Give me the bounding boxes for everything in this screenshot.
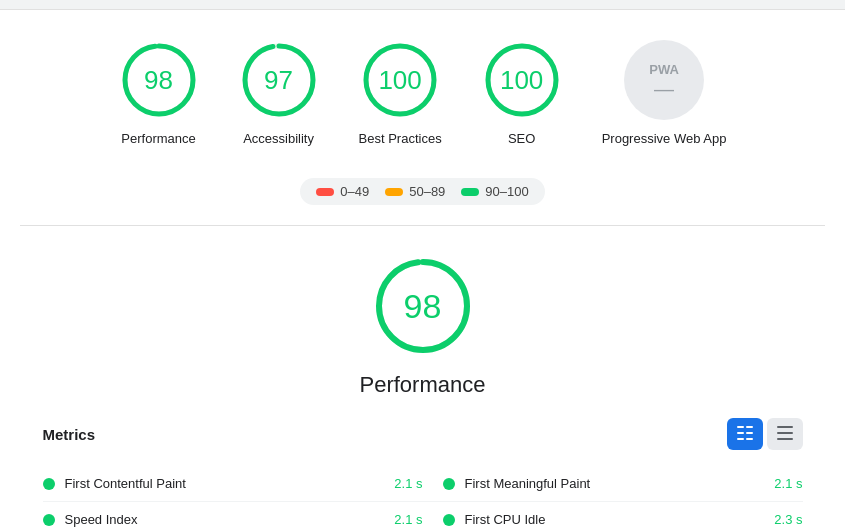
score-label-best-practices: Best Practices [359,130,442,148]
metric-value-fci: 2.3 s [774,512,802,527]
metric-row-fcp: First Contentful Paint 2.1 s [43,466,423,502]
metric-dot-fcp [43,478,55,490]
score-item-pwa[interactable]: PWA — Progressive Web App [602,40,727,148]
performance-label: Performance [360,372,486,398]
score-item-performance[interactable]: 98 Performance [119,40,199,148]
svg-rect-13 [746,426,753,428]
top-bar [0,0,845,10]
metric-name-si: Speed Index [65,512,385,527]
scores-section: 98 Performance 97 Accessibility 100 Best… [0,10,845,168]
metric-row-fci: First CPU Idle 2.3 s [423,502,803,528]
metrics-title: Metrics [43,426,96,443]
legend-bar: 0–49 50–89 90–100 [0,168,845,225]
svg-rect-14 [746,432,753,434]
legend-dot-green [461,188,479,196]
metric-row-si: Speed Index 2.1 s [43,502,423,528]
score-label-seo: SEO [508,130,535,148]
score-value-seo: 100 [500,65,543,96]
score-circle-best-practices: 100 [360,40,440,120]
legend-dot-orange [385,188,403,196]
list-icon [777,426,793,443]
legend-pill: 0–49 50–89 90–100 [300,178,544,205]
svg-rect-17 [777,432,793,434]
metric-name-fci: First CPU Idle [465,512,765,527]
score-label-performance: Performance [121,130,195,148]
score-circle-seo: 100 [482,40,562,120]
legend-dot-red [316,188,334,196]
metrics-section: Metrics [23,418,823,528]
legend-label-mid: 50–89 [409,184,445,199]
metric-dot-fmp [443,478,455,490]
metric-name-fmp: First Meaningful Paint [465,476,765,491]
metric-name-fcp: First Contentful Paint [65,476,385,491]
score-item-seo[interactable]: 100 SEO [482,40,562,148]
metrics-grid: First Contentful Paint 2.1 s First Meani… [43,466,803,528]
svg-rect-16 [777,426,793,428]
performance-circle: 98 [373,256,473,356]
score-value-best-practices: 100 [378,65,421,96]
score-value-performance: 98 [144,65,173,96]
metric-dot-si [43,514,55,526]
svg-rect-10 [737,426,744,428]
metrics-header: Metrics [43,418,803,450]
legend-label-high: 90–100 [485,184,528,199]
score-value-accessibility: 97 [264,65,293,96]
score-item-accessibility[interactable]: 97 Accessibility [239,40,319,148]
pwa-text: PWA [649,62,679,77]
metric-value-si: 2.1 s [394,512,422,527]
score-circle-performance: 98 [119,40,199,120]
metric-value-fcp: 2.1 s [394,476,422,491]
score-circle-accessibility: 97 [239,40,319,120]
score-item-best-practices[interactable]: 100 Best Practices [359,40,442,148]
performance-section: 98 Performance Metrics [0,226,845,528]
grid-icon [737,426,753,443]
view-toggle [727,418,803,450]
metric-row-fmp: First Meaningful Paint 2.1 s [423,466,803,502]
svg-rect-12 [737,438,744,440]
performance-value: 98 [404,287,442,326]
metric-dot-fci [443,514,455,526]
metric-value-fmp: 2.1 s [774,476,802,491]
score-label-pwa: Progressive Web App [602,130,727,148]
toggle-grid-button[interactable] [727,418,763,450]
score-circle-pwa: PWA — [624,40,704,120]
svg-rect-18 [777,438,793,440]
legend-label-low: 0–49 [340,184,369,199]
svg-rect-15 [746,438,753,440]
toggle-list-button[interactable] [767,418,803,450]
svg-rect-11 [737,432,744,434]
pwa-dash: — [654,79,674,99]
score-label-accessibility: Accessibility [243,130,314,148]
